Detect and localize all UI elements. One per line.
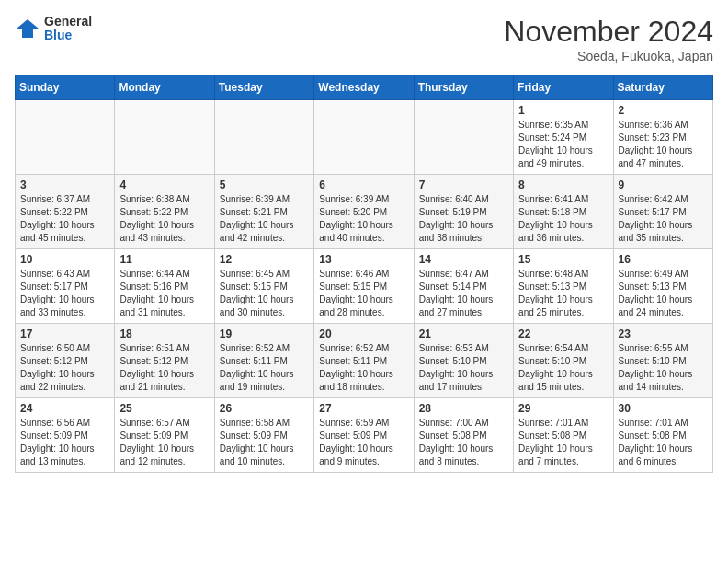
calendar-day-header: Monday: [115, 75, 214, 100]
calendar-header-row: SundayMondayTuesdayWednesdayThursdayFrid…: [16, 75, 713, 100]
day-info: Sunrise: 6:53 AM Sunset: 5:10 PM Dayligh…: [419, 342, 508, 394]
month-title: November 2024: [504, 15, 713, 49]
day-info: Sunrise: 6:51 AM Sunset: 5:12 PM Dayligh…: [119, 342, 209, 394]
calendar-day-cell: 15Sunrise: 6:48 AM Sunset: 5:13 PM Dayli…: [514, 249, 613, 324]
day-number: 14: [419, 253, 508, 266]
day-info: Sunrise: 6:38 AM Sunset: 5:22 PM Dayligh…: [119, 193, 209, 245]
svg-marker-0: [17, 19, 39, 38]
day-number: 2: [619, 104, 708, 117]
calendar-day-cell: 25Sunrise: 6:57 AM Sunset: 5:09 PM Dayli…: [115, 398, 214, 473]
calendar-day-header: Tuesday: [214, 75, 313, 100]
calendar-week-row: 10Sunrise: 6:43 AM Sunset: 5:17 PM Dayli…: [16, 249, 713, 324]
calendar-day-cell: 21Sunrise: 6:53 AM Sunset: 5:10 PM Dayli…: [414, 324, 513, 398]
logo-general: General: [44, 15, 92, 29]
calendar-day-cell: 26Sunrise: 6:58 AM Sunset: 5:09 PM Dayli…: [214, 398, 313, 473]
day-number: 19: [220, 327, 309, 340]
calendar-day-cell: 10Sunrise: 6:43 AM Sunset: 5:17 PM Dayli…: [16, 249, 115, 324]
calendar-day-cell: 30Sunrise: 7:01 AM Sunset: 5:08 PM Dayli…: [613, 398, 712, 473]
calendar-day-cell: 20Sunrise: 6:52 AM Sunset: 5:11 PM Dayli…: [314, 324, 414, 398]
day-number: 26: [220, 402, 309, 415]
day-info: Sunrise: 6:59 AM Sunset: 5:09 PM Dayligh…: [319, 417, 408, 468]
logo-text: General Blue: [44, 15, 92, 43]
day-info: Sunrise: 6:55 AM Sunset: 5:10 PM Dayligh…: [619, 342, 708, 394]
logo-icon: [15, 16, 40, 41]
day-number: 21: [419, 327, 508, 340]
calendar-day-cell: [16, 100, 115, 175]
calendar-day-cell: 4Sunrise: 6:38 AM Sunset: 5:22 PM Daylig…: [115, 175, 214, 249]
calendar-day-cell: 1Sunrise: 6:35 AM Sunset: 5:24 PM Daylig…: [514, 100, 613, 175]
calendar-day-cell: [414, 100, 513, 175]
day-number: 17: [20, 327, 109, 340]
calendar-day-header: Saturday: [613, 75, 712, 100]
day-number: 1: [518, 104, 608, 117]
calendar-day-cell: 17Sunrise: 6:50 AM Sunset: 5:12 PM Dayli…: [16, 324, 115, 398]
day-info: Sunrise: 6:39 AM Sunset: 5:20 PM Dayligh…: [319, 193, 408, 245]
calendar-week-row: 1Sunrise: 6:35 AM Sunset: 5:24 PM Daylig…: [16, 100, 713, 175]
calendar-day-cell: 12Sunrise: 6:45 AM Sunset: 5:15 PM Dayli…: [214, 249, 313, 324]
day-number: 6: [319, 178, 408, 191]
day-number: 16: [619, 253, 708, 266]
day-info: Sunrise: 6:48 AM Sunset: 5:13 PM Dayligh…: [518, 268, 608, 319]
title-block: November 2024 Soeda, Fukuoka, Japan: [504, 15, 713, 63]
day-number: 4: [119, 178, 209, 191]
day-number: 28: [419, 402, 508, 415]
day-info: Sunrise: 6:50 AM Sunset: 5:12 PM Dayligh…: [20, 342, 109, 394]
calendar-day-cell: 18Sunrise: 6:51 AM Sunset: 5:12 PM Dayli…: [115, 324, 214, 398]
calendar-day-cell: 24Sunrise: 6:56 AM Sunset: 5:09 PM Dayli…: [16, 398, 115, 473]
day-number: 25: [119, 402, 209, 415]
day-info: Sunrise: 6:43 AM Sunset: 5:17 PM Dayligh…: [20, 268, 109, 319]
calendar-week-row: 3Sunrise: 6:37 AM Sunset: 5:22 PM Daylig…: [16, 175, 713, 249]
page-header: General Blue November 2024 Soeda, Fukuok…: [15, 15, 713, 63]
day-number: 7: [419, 178, 508, 191]
logo-blue: Blue: [44, 29, 92, 42]
day-info: Sunrise: 6:40 AM Sunset: 5:19 PM Dayligh…: [419, 193, 508, 245]
day-info: Sunrise: 6:58 AM Sunset: 5:09 PM Dayligh…: [220, 417, 309, 468]
calendar-day-header: Sunday: [16, 75, 115, 100]
calendar-day-cell: [214, 100, 313, 175]
day-number: 12: [220, 253, 309, 266]
calendar-day-header: Friday: [514, 75, 613, 100]
day-info: Sunrise: 6:56 AM Sunset: 5:09 PM Dayligh…: [20, 417, 109, 468]
day-number: 18: [119, 327, 209, 340]
day-info: Sunrise: 7:00 AM Sunset: 5:08 PM Dayligh…: [419, 417, 508, 468]
day-info: Sunrise: 6:57 AM Sunset: 5:09 PM Dayligh…: [119, 417, 209, 468]
calendar-day-header: Thursday: [414, 75, 513, 100]
day-info: Sunrise: 6:49 AM Sunset: 5:13 PM Dayligh…: [619, 268, 708, 319]
calendar-day-cell: 8Sunrise: 6:41 AM Sunset: 5:18 PM Daylig…: [514, 175, 613, 249]
day-info: Sunrise: 6:47 AM Sunset: 5:14 PM Dayligh…: [419, 268, 508, 319]
calendar-day-cell: 6Sunrise: 6:39 AM Sunset: 5:20 PM Daylig…: [314, 175, 414, 249]
day-info: Sunrise: 6:35 AM Sunset: 5:24 PM Dayligh…: [518, 119, 608, 170]
day-number: 9: [619, 178, 708, 191]
calendar-day-cell: 29Sunrise: 7:01 AM Sunset: 5:08 PM Dayli…: [514, 398, 613, 473]
calendar-day-cell: 11Sunrise: 6:44 AM Sunset: 5:16 PM Dayli…: [115, 249, 214, 324]
day-info: Sunrise: 6:46 AM Sunset: 5:15 PM Dayligh…: [319, 268, 408, 319]
calendar-day-cell: [314, 100, 414, 175]
calendar-week-row: 17Sunrise: 6:50 AM Sunset: 5:12 PM Dayli…: [16, 324, 713, 398]
calendar-day-cell: 23Sunrise: 6:55 AM Sunset: 5:10 PM Dayli…: [613, 324, 712, 398]
calendar-week-row: 24Sunrise: 6:56 AM Sunset: 5:09 PM Dayli…: [16, 398, 713, 473]
logo: General Blue: [15, 15, 92, 43]
day-info: Sunrise: 6:42 AM Sunset: 5:17 PM Dayligh…: [619, 193, 708, 245]
day-number: 22: [518, 327, 608, 340]
day-number: 30: [619, 402, 708, 415]
day-number: 10: [20, 253, 109, 266]
day-info: Sunrise: 6:52 AM Sunset: 5:11 PM Dayligh…: [319, 342, 408, 394]
day-info: Sunrise: 7:01 AM Sunset: 5:08 PM Dayligh…: [619, 417, 708, 468]
day-number: 13: [319, 253, 408, 266]
day-info: Sunrise: 6:41 AM Sunset: 5:18 PM Dayligh…: [518, 193, 608, 245]
day-info: Sunrise: 6:52 AM Sunset: 5:11 PM Dayligh…: [220, 342, 309, 394]
day-info: Sunrise: 6:37 AM Sunset: 5:22 PM Dayligh…: [20, 193, 109, 245]
calendar-day-cell: 7Sunrise: 6:40 AM Sunset: 5:19 PM Daylig…: [414, 175, 513, 249]
calendar-day-cell: 16Sunrise: 6:49 AM Sunset: 5:13 PM Dayli…: [613, 249, 712, 324]
day-number: 23: [619, 327, 708, 340]
day-info: Sunrise: 6:39 AM Sunset: 5:21 PM Dayligh…: [220, 193, 309, 245]
day-number: 27: [319, 402, 408, 415]
day-info: Sunrise: 6:45 AM Sunset: 5:15 PM Dayligh…: [220, 268, 309, 319]
day-info: Sunrise: 7:01 AM Sunset: 5:08 PM Dayligh…: [518, 417, 608, 468]
day-info: Sunrise: 6:36 AM Sunset: 5:23 PM Dayligh…: [619, 119, 708, 170]
calendar-day-cell: [115, 100, 214, 175]
day-number: 20: [319, 327, 408, 340]
calendar-day-cell: 9Sunrise: 6:42 AM Sunset: 5:17 PM Daylig…: [613, 175, 712, 249]
day-number: 24: [20, 402, 109, 415]
calendar-day-cell: 3Sunrise: 6:37 AM Sunset: 5:22 PM Daylig…: [16, 175, 115, 249]
